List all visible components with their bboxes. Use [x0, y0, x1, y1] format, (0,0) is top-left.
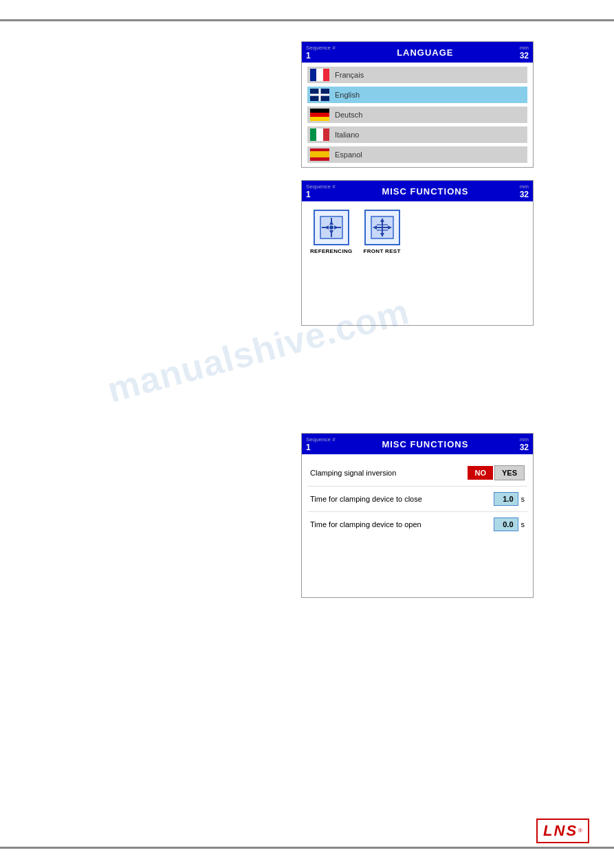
clamp-open-label: Time for clamping device to open [310, 520, 494, 528]
misc1-mm-label: mm [520, 183, 529, 190]
front-rest-label: FRONT REST [364, 248, 401, 254]
clamp-open-value[interactable]: 0.0 [494, 518, 518, 531]
front-rest-button[interactable]: FRONT REST [364, 210, 401, 262]
lang-label-de: Deutsch [335, 111, 362, 119]
clamp-open-row: Time for clamping device to open 0.0 s [307, 512, 527, 537]
clamp-inversion-row: Clamping signal inversion NO YES [307, 460, 527, 487]
language-title: LANGUAGE [340, 42, 511, 63]
misc1-mm-right: mm 32 [511, 181, 533, 201]
misc2-title: MISC FUNCTIONS [340, 434, 511, 454]
language-mm-num: 32 [520, 51, 529, 60]
lang-label-es: Espanol [335, 151, 362, 159]
lns-logo-tm: ® [578, 827, 582, 834]
flag-it [310, 129, 329, 141]
clamp-close-label: Time for clamping device to close [310, 495, 494, 503]
misc2-mm-right: mm 32 [511, 434, 533, 454]
misc1-seq-label: Sequence # [306, 183, 336, 190]
clamp-close-value[interactable]: 1.0 [494, 492, 518, 506]
lang-label-it: Italiano [335, 131, 359, 139]
clamp-inversion-control: NO YES [468, 465, 525, 480]
flag-uk [310, 89, 329, 101]
lang-row-it[interactable]: Italiano [307, 126, 527, 143]
misc1-seq-num: 1 [306, 190, 336, 199]
language-seq-num: 1 [306, 51, 336, 60]
clamp-close-unit: s [521, 495, 525, 503]
misc1-icon-area: REFERENCING [302, 201, 533, 270]
lang-row-es[interactable]: Espanol [307, 146, 527, 163]
misc1-extra-space [302, 270, 533, 325]
misc1-seq-left: Sequence # 1 [302, 181, 340, 201]
front-rest-icon-box [364, 210, 400, 245]
misc1-panel: Sequence # 1 MISC FUNCTIONS mm 32 [301, 180, 534, 326]
lang-row-fr[interactable]: Français [307, 67, 527, 83]
language-panel: Sequence # 1 LANGUAGE mm 32 Français Eng… [301, 41, 534, 168]
misc2-panel-header: Sequence # 1 MISC FUNCTIONS mm 32 [302, 434, 533, 454]
referencing-icon [319, 215, 344, 240]
lns-logo: LNS® [536, 819, 589, 843]
lns-logo-border: LNS® [536, 819, 589, 843]
language-mm-right: mm 32 [511, 42, 533, 63]
clamp-open-control: 0.0 s [494, 518, 525, 531]
misc1-title: MISC FUNCTIONS [340, 181, 511, 201]
misc2-panel: Sequence # 1 MISC FUNCTIONS mm 32 Clampi… [301, 433, 534, 598]
clamp-rows-container: Clamping signal inversion NO YES Time fo… [302, 454, 533, 542]
clamp-close-row: Time for clamping device to close 1.0 s [307, 487, 527, 512]
lang-label-fr: Français [335, 71, 364, 79]
language-list: Français English Deutsch Italiano Espano… [302, 63, 533, 167]
clamp-inversion-label: Clamping signal inversion [310, 469, 468, 477]
referencing-label: REFERENCING [310, 248, 353, 254]
svg-point-9 [329, 225, 333, 230]
language-mm-label: mm [520, 45, 529, 51]
misc2-seq-num: 1 [306, 443, 336, 452]
lang-label-en: English [335, 91, 360, 99]
misc2-bottom-space [302, 542, 533, 597]
misc2-seq-left: Sequence # 1 [302, 434, 340, 454]
flag-fr [310, 69, 329, 81]
misc1-panel-header: Sequence # 1 MISC FUNCTIONS mm 32 [302, 181, 533, 201]
lang-row-de[interactable]: Deutsch [307, 107, 527, 123]
language-seq-left: Sequence # 1 [302, 42, 340, 63]
front-rest-icon [370, 215, 395, 240]
lns-logo-text: LNS [543, 822, 578, 839]
language-seq-label: Sequence # [306, 45, 336, 51]
clamp-inversion-no-button[interactable]: NO [468, 466, 493, 480]
lang-row-en[interactable]: English [307, 87, 527, 103]
misc1-mm-num: 32 [520, 190, 529, 199]
bottom-rule [0, 847, 614, 849]
language-panel-header: Sequence # 1 LANGUAGE mm 32 [302, 42, 533, 63]
panels-container: Sequence # 1 LANGUAGE mm 32 Français Eng… [301, 41, 534, 326]
misc2-seq-label: Sequence # [306, 436, 336, 443]
misc2-mm-num: 32 [520, 443, 529, 452]
misc2-mm-label: mm [520, 436, 529, 443]
flag-de [310, 109, 329, 121]
clamp-open-unit: s [521, 520, 525, 528]
flag-es [310, 148, 329, 161]
top-rule [0, 19, 614, 21]
clamp-inversion-yes-button[interactable]: YES [494, 465, 525, 480]
referencing-icon-box [314, 210, 349, 245]
clamp-close-control: 1.0 s [494, 492, 525, 506]
referencing-button[interactable]: REFERENCING [310, 210, 353, 262]
